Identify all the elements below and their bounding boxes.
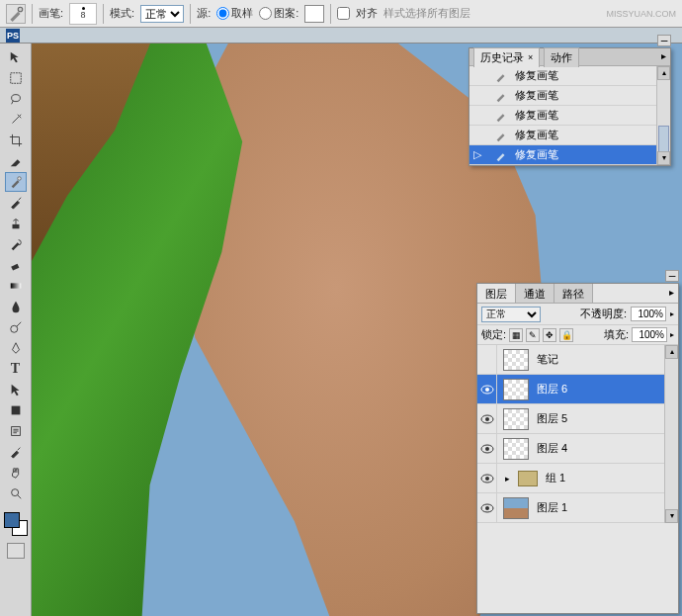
lock-position-icon[interactable]: ✥ <box>543 328 556 342</box>
layer-visibility-toggle[interactable] <box>477 404 497 433</box>
history-panel-header[interactable]: 历史记录× 动作 ▸ <box>469 48 670 66</box>
layers-scrollbar[interactable]: ▴ ▾ <box>664 345 678 523</box>
layer-visibility-toggle[interactable] <box>477 375 497 403</box>
blend-mode-select[interactable]: 正常 <box>140 5 184 23</box>
layer-thumbnail[interactable] <box>503 379 529 400</box>
hand-tool-icon[interactable] <box>5 463 27 483</box>
panel-minimize-icon[interactable]: – <box>657 35 671 46</box>
layer-visibility-toggle[interactable] <box>477 434 497 463</box>
quick-mask-toggle[interactable] <box>7 543 25 559</box>
brush-tool-icon[interactable] <box>5 193 27 213</box>
layer-row[interactable]: 图层 4 <box>477 434 678 464</box>
move-tool-icon[interactable] <box>5 47 27 67</box>
scroll-thumb[interactable] <box>658 126 669 153</box>
color-swatches[interactable] <box>4 512 28 536</box>
magic-wand-tool-icon[interactable] <box>5 110 27 130</box>
dodge-tool-icon[interactable] <box>5 317 27 337</box>
layer-row[interactable]: 图层 5 <box>477 404 678 434</box>
layer-name[interactable]: 图层 5 <box>537 411 567 426</box>
history-item[interactable]: ▷ 修复画笔 <box>469 145 670 165</box>
scroll-up-icon[interactable]: ▴ <box>665 345 678 359</box>
healing-brush-icon <box>493 128 509 143</box>
layer-name[interactable]: 图层 4 <box>537 441 567 456</box>
folder-expand-icon[interactable]: ▸ <box>505 474 510 484</box>
svg-point-20 <box>485 506 489 510</box>
svg-point-0 <box>18 7 23 12</box>
history-item[interactable]: 修复画笔 <box>469 126 670 145</box>
brush-label: 画笔: <box>39 6 63 21</box>
layer-name[interactable]: 图层 1 <box>537 500 567 515</box>
notes-tool-icon[interactable] <box>5 421 27 441</box>
svg-point-10 <box>11 489 18 496</box>
path-select-tool-icon[interactable] <box>5 380 27 399</box>
layer-visibility-toggle[interactable] <box>477 464 497 492</box>
marquee-tool-icon[interactable] <box>5 68 27 88</box>
panel-menu-icon[interactable]: ▸ <box>669 287 674 298</box>
scroll-up-icon[interactable]: ▴ <box>657 66 670 80</box>
layer-name[interactable]: 组 1 <box>546 471 565 485</box>
chevron-right-icon[interactable]: ▸ <box>670 309 674 318</box>
scroll-down-icon[interactable]: ▾ <box>657 151 670 165</box>
eyedropper-tool-icon[interactable] <box>5 442 27 462</box>
foreground-color-swatch[interactable] <box>4 512 20 528</box>
layer-thumbnail[interactable] <box>503 408 529 430</box>
clone-stamp-tool-icon[interactable] <box>5 214 27 233</box>
crop-tool-icon[interactable] <box>5 131 27 150</box>
document-title-bar: PS <box>0 28 682 44</box>
history-item[interactable]: 修复画笔 <box>469 66 670 86</box>
aligned-checkbox[interactable] <box>337 7 350 20</box>
history-brush-tool-icon[interactable] <box>5 234 27 254</box>
layer-row[interactable]: 笔记 <box>477 345 678 375</box>
lock-pixels-icon[interactable]: ✎ <box>526 328 540 342</box>
layer-row[interactable]: 图层 6 <box>477 375 678 404</box>
lock-all-icon[interactable]: 🔒 <box>559 328 573 342</box>
slice-tool-icon[interactable] <box>5 151 27 171</box>
layer-blend-mode-select[interactable]: 正常 <box>481 307 541 322</box>
tab-channels[interactable]: 通道 <box>516 284 554 303</box>
layer-visibility-toggle[interactable] <box>477 345 497 374</box>
eraser-tool-icon[interactable] <box>5 255 27 275</box>
tab-layers[interactable]: 图层 <box>477 284 516 303</box>
history-item[interactable]: 修复画笔 <box>469 106 670 126</box>
tab-history[interactable]: 历史记录× <box>473 47 540 67</box>
layers-panel-tabs: 图层 通道 路径 ▸ <box>477 284 678 304</box>
tab-actions[interactable]: 动作 <box>544 47 579 67</box>
panel-menu-icon[interactable]: ▸ <box>661 50 666 61</box>
source-pattern-radio[interactable] <box>259 7 272 20</box>
history-scrollbar[interactable]: ▴ ▾ <box>656 66 670 165</box>
source-sample-radio[interactable] <box>216 7 229 20</box>
layer-name[interactable]: 图层 6 <box>537 382 567 396</box>
type-tool-icon[interactable]: T <box>5 359 27 379</box>
watermark: MISSYUAN.COM <box>606 0 682 28</box>
svg-point-18 <box>485 477 489 481</box>
lasso-tool-icon[interactable] <box>5 89 27 109</box>
panel-minimize-icon[interactable]: – <box>665 270 679 282</box>
chevron-right-icon[interactable]: ▸ <box>670 330 674 339</box>
layer-row[interactable]: 图层 1 <box>477 493 678 523</box>
layer-visibility-toggle[interactable] <box>477 493 497 522</box>
svg-point-12 <box>485 388 489 392</box>
healing-brush-tool-icon[interactable] <box>6 4 26 24</box>
opacity-input[interactable] <box>631 307 666 321</box>
layer-thumbnail[interactable] <box>503 497 529 519</box>
source-sample-label: 取样 <box>231 6 253 21</box>
pattern-swatch[interactable] <box>304 5 324 23</box>
layer-thumbnail[interactable] <box>503 438 529 460</box>
tools-panel: T <box>0 44 32 616</box>
layer-row[interactable]: ▸ 组 1 <box>477 464 678 493</box>
lock-label: 锁定: <box>481 327 506 342</box>
fill-input[interactable] <box>632 327 667 342</box>
blur-tool-icon[interactable] <box>5 297 27 316</box>
lock-transparency-icon[interactable]: ▦ <box>509 328 523 342</box>
history-item[interactable]: 修复画笔 <box>469 86 670 106</box>
healing-brush-tool-icon[interactable] <box>5 172 27 192</box>
shape-tool-icon[interactable] <box>5 400 27 420</box>
pen-tool-icon[interactable] <box>5 338 27 358</box>
scroll-down-icon[interactable]: ▾ <box>665 509 678 523</box>
layer-name[interactable]: 笔记 <box>537 352 558 367</box>
tab-paths[interactable]: 路径 <box>554 284 593 303</box>
zoom-tool-icon[interactable] <box>5 484 27 503</box>
layer-thumbnail[interactable] <box>503 349 529 371</box>
brush-preset-picker[interactable]: 8 <box>69 3 97 25</box>
gradient-tool-icon[interactable] <box>5 276 27 296</box>
